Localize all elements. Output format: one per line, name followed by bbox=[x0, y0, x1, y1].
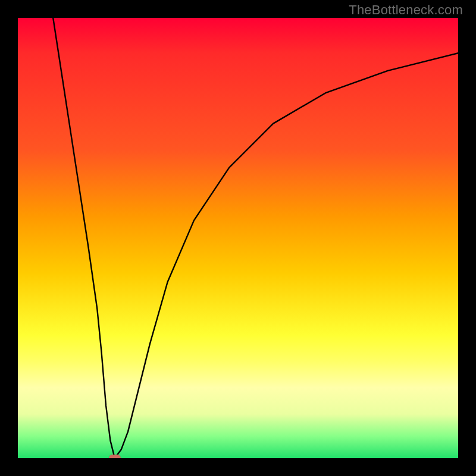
chart-frame: TheBottleneck.com bbox=[0, 0, 476, 476]
plot-area bbox=[18, 18, 458, 458]
bottleneck-curve bbox=[18, 18, 458, 458]
optimal-point-marker bbox=[109, 455, 121, 458]
watermark-text: TheBottleneck.com bbox=[349, 2, 463, 18]
